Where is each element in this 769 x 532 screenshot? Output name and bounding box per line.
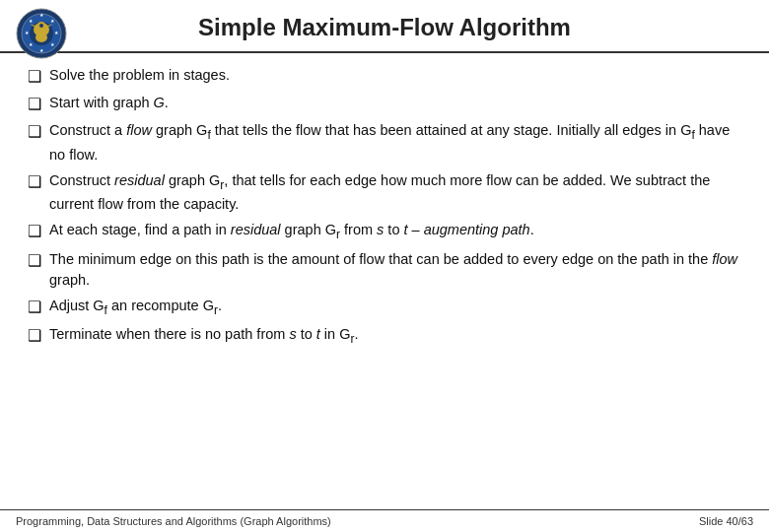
bullet-text: Start with graph G. [49,93,741,113]
slide-header: ★ ★ ★ ★ ★ ★ ★ ★ Simple Maximum-Flow Algo… [0,0,769,53]
bullet-text: Solve the problem in stages. [49,65,741,86]
slide: ★ ★ ★ ★ ★ ★ ★ ★ Simple Maximum-Flow Algo… [0,0,769,532]
list-item: ❑ The minimum edge on this path is the a… [28,249,741,291]
list-item: ❑ Adjust Gf an recompute Gr. [28,296,741,319]
list-item: ❑ At each stage, find a path in residual… [28,220,741,243]
logo: ★ ★ ★ ★ ★ ★ ★ ★ [16,8,67,59]
bullet-icon: ❑ [28,120,49,143]
bullet-icon: ❑ [28,249,49,272]
list-item: ❑ Start with graph G. [28,93,741,115]
footer-right: Slide 40/63 [699,515,753,527]
list-item: ❑ Terminate when there is no path from s… [28,324,741,348]
list-item: ❑ Construct a flow graph Gf that tells t… [28,120,741,165]
bullet-icon: ❑ [28,220,49,242]
list-item: ❑ Solve the problem in stages. [28,65,741,88]
svg-point-4 [35,33,47,42]
slide-footer: Programming, Data Structures and Algorit… [0,509,769,532]
footer-left: Programming, Data Structures and Algorit… [16,515,331,527]
bullet-text: At each stage, find a path in residual g… [49,220,741,243]
svg-point-8 [39,24,43,28]
bullet-icon: ❑ [28,296,49,318]
bullet-text: The minimum edge on this path is the amo… [49,249,741,291]
bullet-text: Construct a flow graph Gf that tells the… [49,120,741,165]
bullet-icon: ❑ [28,65,49,88]
bullet-text: Terminate when there is no path from s t… [49,324,741,348]
list-item: ❑ Construct residual graph Gr, that tell… [28,170,741,215]
slide-content: ❑ Solve the problem in stages. ❑ Start w… [0,59,769,509]
bullet-icon: ❑ [28,170,49,193]
bullet-text: Construct residual graph Gr, that tells … [49,170,741,215]
page-title: Simple Maximum-Flow Algorithm [198,14,571,41]
bullet-list: ❑ Solve the problem in stages. ❑ Start w… [28,65,741,353]
bullet-icon: ❑ [28,324,49,347]
bullet-text: Adjust Gf an recompute Gr. [49,296,741,319]
bullet-icon: ❑ [28,93,49,115]
